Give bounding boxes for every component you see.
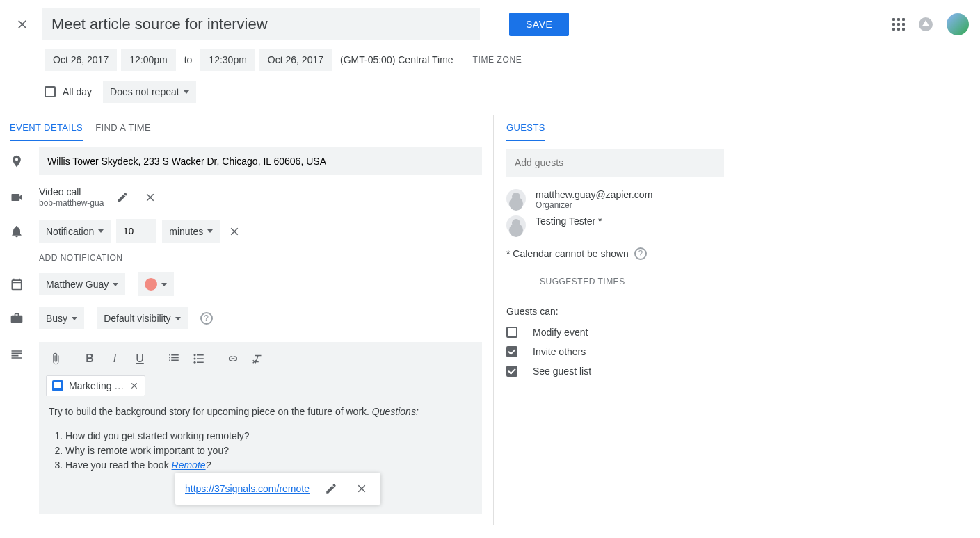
event-color-swatch [145, 278, 157, 291]
guest-row[interactable]: Testing Tester * [494, 213, 737, 238]
clear-format-icon[interactable] [248, 349, 268, 368]
remove-link-icon[interactable] [353, 480, 371, 498]
all-day-label: All day [63, 86, 92, 97]
attachment-chip[interactable]: Marketing … [46, 375, 145, 396]
caret-down-icon [161, 283, 167, 286]
guest-avatar [506, 215, 526, 235]
bold-icon[interactable]: B [80, 349, 99, 368]
suggested-times-button[interactable]: SUGGESTED TIMES [494, 270, 737, 293]
guest-role: Organizer [536, 200, 652, 210]
tab-event-details[interactable]: EVENT DETAILS [10, 115, 83, 141]
modify-event-label: Modify event [533, 327, 588, 338]
numbered-list-icon[interactable] [164, 349, 184, 368]
attach-icon[interactable] [46, 349, 65, 368]
caret-down-icon [207, 229, 213, 233]
edit-video-icon[interactable] [113, 188, 131, 206]
availability-label: Busy [46, 313, 67, 324]
link-icon[interactable] [223, 349, 243, 368]
invite-others-checkbox[interactable] [506, 346, 517, 357]
guest-row[interactable]: matthew.guay@zapier.com Organizer [494, 186, 737, 213]
see-guest-list-label: See guest list [533, 366, 591, 377]
notification-unit-label: minutes [169, 226, 203, 237]
remove-notification-icon[interactable] [225, 222, 243, 241]
underline-icon[interactable]: U [130, 349, 150, 368]
description-text: Try to build the background story for up… [49, 406, 372, 417]
to-label: to [180, 49, 197, 71]
briefcase-icon [10, 311, 26, 325]
caret-down-icon [98, 229, 104, 233]
color-dropdown[interactable] [138, 272, 174, 296]
svg-point-1 [194, 358, 196, 360]
remove-video-icon[interactable] [141, 188, 159, 206]
guests-can-label: Guests can: [494, 293, 737, 323]
video-call-label: Video call [39, 186, 104, 198]
description-icon [10, 348, 26, 361]
apps-icon[interactable] [892, 18, 905, 31]
notification-value-input[interactable] [116, 219, 156, 243]
calendar-note: * Calendar cannot be shown [506, 248, 629, 259]
link-popover: https://37signals.com/remote [175, 473, 380, 505]
description-editor[interactable]: Try to build the background story for up… [39, 400, 482, 514]
timezone-link[interactable]: TIME ZONE [473, 55, 522, 65]
video-icon [10, 190, 26, 204]
see-guest-list-checkbox[interactable] [506, 366, 517, 377]
invite-others-label: Invite others [533, 346, 586, 357]
visibility-dropdown[interactable]: Default visibility [97, 307, 187, 329]
start-time-field[interactable]: 12:00pm [121, 49, 175, 71]
availability-dropdown[interactable]: Busy [39, 307, 84, 329]
edit-link-icon[interactable] [322, 480, 340, 498]
description-questions-label: Questions: [372, 406, 419, 417]
end-time-field[interactable]: 12:30pm [200, 49, 255, 71]
save-button[interactable]: SAVE [509, 13, 569, 36]
location-icon [10, 154, 26, 168]
calendar-name-label: Matthew Guay [46, 279, 109, 290]
svg-point-2 [194, 361, 196, 364]
doc-icon [52, 380, 63, 391]
remove-attachment-icon[interactable] [129, 381, 139, 391]
start-date-field[interactable]: Oct 26, 2017 [45, 49, 117, 71]
guest-email: matthew.guay@zapier.com [536, 189, 652, 200]
add-notification-button[interactable]: ADD NOTIFICATION [0, 249, 493, 267]
modify-event-checkbox[interactable] [506, 327, 517, 338]
bell-icon [10, 225, 26, 238]
visibility-label: Default visibility [104, 313, 170, 324]
timezone-label: (GMT-05:00) Central Time [336, 49, 458, 71]
calendar-dropdown[interactable]: Matthew Guay [39, 273, 125, 295]
close-icon[interactable] [11, 13, 33, 35]
calendar-icon [10, 277, 26, 291]
caret-down-icon [184, 90, 189, 94]
all-day-checkbox[interactable] [45, 86, 56, 97]
question-2: Why is remote work important to you? [65, 443, 472, 458]
attachment-name: Marketing … [69, 380, 124, 391]
end-date-field[interactable]: Oct 26, 2017 [259, 49, 332, 71]
notification-unit-dropdown[interactable]: minutes [162, 220, 220, 243]
question-3: Have you read the book Remote? [65, 458, 472, 473]
repeat-label: Does not repeat [110, 86, 179, 97]
bulleted-list-icon[interactable] [189, 349, 209, 368]
caret-down-icon [175, 317, 181, 320]
account-avatar[interactable] [947, 13, 969, 35]
notifications-icon[interactable] [919, 17, 933, 31]
guest-name: Testing Tester * [536, 215, 602, 227]
event-title-input[interactable] [42, 8, 480, 40]
note-help-icon[interactable]: ? [634, 247, 647, 260]
link-url[interactable]: https://37signals.com/remote [185, 482, 310, 496]
video-call-id: bob-matthew-gua [39, 198, 104, 208]
notification-type-dropdown[interactable]: Notification [39, 220, 111, 243]
tab-guests[interactable]: GUESTS [506, 115, 545, 141]
visibility-help-icon[interactable]: ? [200, 312, 213, 325]
add-guests-input[interactable] [506, 149, 724, 177]
guest-avatar [506, 189, 526, 209]
tab-find-a-time[interactable]: FIND A TIME [95, 115, 151, 141]
repeat-dropdown[interactable]: Does not repeat [103, 81, 196, 103]
remote-book-link[interactable]: Remote [172, 459, 206, 471]
italic-icon[interactable]: I [105, 349, 124, 368]
svg-point-0 [194, 354, 196, 356]
question-1: How did you get started working remotely… [65, 429, 472, 443]
notification-type-label: Notification [46, 226, 94, 237]
caret-down-icon [72, 317, 77, 320]
caret-down-icon [113, 283, 118, 286]
location-input[interactable] [39, 147, 482, 175]
